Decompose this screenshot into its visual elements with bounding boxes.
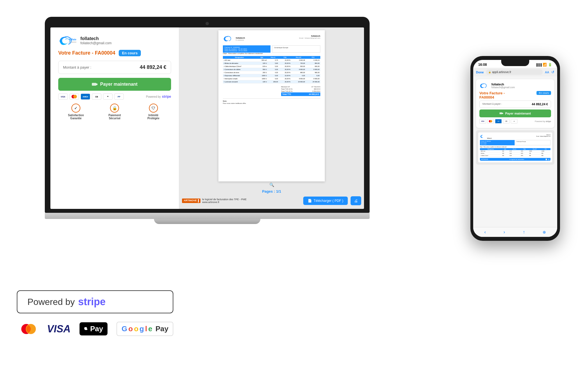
- invoice-title-text: Votre Facture - FA00004: [58, 50, 115, 56]
- pdf-cell-0-3: 10,00 %: [279, 59, 291, 62]
- print-button[interactable]: 🖨: [351, 196, 361, 205]
- phone-pm-row: VISA AM CB ✦ Powered by stripe: [479, 119, 551, 123]
- phone-company: foliatech foliatech@gmail.com: [491, 83, 515, 89]
- pdf-cell-7-5: 24 000,00: [306, 80, 320, 83]
- col-ttc: TTC: [306, 56, 320, 59]
- applepay-label: Pay: [90, 325, 103, 333]
- svg-rect-4: [92, 83, 96, 86]
- phone-signal: ▐▐▐: [536, 63, 542, 66]
- visa-text: VISA: [47, 323, 71, 335]
- pdf-totals: Montant HT 37 718,40 € Total TVA 10 % 39…: [281, 86, 320, 96]
- phone-done-button[interactable]: Done: [476, 71, 484, 74]
- phone-amount-box: Montant à payer : 44 892,24 €: [479, 101, 551, 108]
- phone-back-button[interactable]: ‹: [484, 230, 486, 235]
- laptop-base: [45, 213, 370, 219]
- col-price: Prix U.: [268, 56, 279, 59]
- total-ttc-value: 44 892,24 €: [309, 93, 319, 95]
- pdf-client: Ceramique Europe: [274, 47, 318, 48]
- company-info: follatech foliatech@gmail.com: [80, 36, 112, 45]
- pdf-cell-4-4: 680,00: [291, 71, 306, 74]
- pdf-cell-6-1: 1000 U: [256, 77, 267, 80]
- phone-pay-button[interactable]: Payer maintenant: [479, 109, 551, 117]
- phone-screen: 16:08 ▐▐▐ 📶 🔋 Done 🔒 appli.artinove.fr A…: [473, 60, 557, 237]
- invoice-title-row: Votre Facture - FA00004 En cours: [58, 50, 171, 56]
- col-ht: Prix HT: [291, 56, 306, 59]
- phone-forward-button[interactable]: ›: [503, 230, 505, 235]
- payment-icons-row: VISA Pay Google Pay: [17, 322, 173, 336]
- pdf-info-row: Facture N° FA00004 Date de création : 25…: [223, 45, 320, 53]
- phone-foliatech-logo: [479, 83, 489, 89]
- total-tva20: 9 554,00 €: [312, 90, 320, 92]
- pdf-cell-4-3: 20,00 %: [279, 71, 291, 74]
- gpay-box: Google Pay: [116, 322, 173, 336]
- badge-area: Powered by stripe VISA Pay Google Pay: [17, 290, 173, 336]
- phone-outer: 16:08 ▐▐▐ 📶 🔋 Done 🔒 appli.artinove.fr A…: [470, 56, 560, 241]
- pdf-cell-7-4: 20 000,00: [291, 80, 306, 83]
- phone-inv-header: foliatech foliatech@gmail.com: [479, 83, 551, 89]
- pdf-cell-3-3: 20,00 %: [279, 68, 291, 71]
- pdf-pages-label: Pages : 1/1: [262, 189, 281, 193]
- pay-now-button[interactable]: Payer maintenant: [58, 78, 171, 91]
- pdf-company-name: follatech: [236, 37, 245, 39]
- pay-button-label: Payer maintenant: [100, 82, 137, 87]
- invoice-header: follatech E solutions follatech foliatec…: [58, 35, 171, 46]
- phone-share-button[interactable]: ↑: [523, 230, 525, 235]
- pdf-company-sub: E solutions: [236, 39, 245, 41]
- pdf-cell-0-1: 550 m2: [256, 59, 267, 62]
- satisfaction-text: SatisfactionGarantie: [68, 114, 84, 120]
- powered-by-stripe: Powered by stripe: [146, 95, 171, 99]
- pdf-cell-0-5: 4 040,24: [306, 59, 320, 62]
- phone-browser-bar: Done 🔒 appli.artinove.fr AA ↺: [473, 68, 557, 76]
- pdf-due: Date d'échéance : 24-11-2023: [225, 50, 269, 52]
- trust-payment: 🔒 PaiementSécurisé: [97, 104, 132, 120]
- pdf-cell-3-0: • Connecteurs de câbles: [223, 68, 256, 71]
- powered-by-text: Powered by: [27, 297, 75, 307]
- col-qty: Qté: [256, 56, 267, 59]
- privacy-text: IntimitéProtégée: [147, 114, 159, 120]
- total-tva20-row: Total TVA 20 % 9 554,00 €: [281, 90, 320, 92]
- pdf-table-row: • Disjoncteur différentiel1000 U5,0010,0…: [223, 74, 320, 77]
- pdf-cell-2-4: 500,00: [291, 65, 306, 68]
- pdf-cell-6-0: • Interrupteur simple: [223, 77, 256, 80]
- pdf-logo: follatech E solutions: [223, 35, 245, 43]
- phone-amount-label: Montant à payer :: [482, 102, 502, 106]
- phone-lock-icon: 🔒: [488, 71, 491, 73]
- phone-pdf-table: Désignation Qté Prix U. TVA Prix HT TTC …: [480, 148, 550, 157]
- pm-amex: AMEX: [81, 94, 90, 100]
- pdf-cell-4-0: • Connecteurs de terre: [223, 71, 256, 74]
- total-tva10: 394,54 €: [314, 88, 320, 90]
- pdf-zoom-icon[interactable]: 🔍: [269, 183, 274, 187]
- phone-company-email: foliatech@gmail.com: [491, 86, 515, 89]
- phone-aa-button[interactable]: AA: [545, 71, 549, 74]
- phone-pm-visa: VISA: [479, 119, 486, 123]
- col-tva: TVA: [279, 56, 291, 59]
- pdf-cell-0-4: 3 940,48: [291, 59, 306, 62]
- pm-mc: [69, 94, 79, 100]
- svg-point-6: [73, 95, 77, 99]
- pdf-cell-1-4: 720,00: [291, 62, 306, 65]
- phone-refresh-icon[interactable]: ↺: [551, 70, 554, 74]
- foliatech-logo: follatech E solutions: [58, 35, 76, 46]
- pdf-note-title: Note: [223, 100, 320, 102]
- satisfaction-icon: ✓: [71, 104, 80, 113]
- payment-icon: 🔒: [110, 104, 119, 113]
- pdf-cell-0-2: 5,70: [268, 59, 279, 62]
- phone-bookmark-button[interactable]: ⊕: [543, 230, 546, 234]
- pdf-table-row: • A21 test550 m25,7010,00 %3 940,484 040…: [223, 59, 320, 62]
- download-pdf-button[interactable]: 📄 Télécharger ( PDF ): [303, 197, 348, 205]
- pdf-table-row: • Connecteurs de terre200 U4,0020,00 %68…: [223, 71, 320, 74]
- pdf-client-cell: Ceramique Europe: [272, 45, 320, 53]
- pm-cb: CB: [92, 94, 101, 100]
- pdf-items-table: Désignation Qté Prix U. TVA Prix HT TTC …: [223, 56, 320, 83]
- pdf-cell-2-5: 600,00: [306, 65, 320, 68]
- phone-pdf-logo: [480, 134, 487, 139]
- laptop-camera: [206, 22, 209, 25]
- pm-other: ✦: [103, 94, 113, 100]
- pdf-cell-5-1: 1000 U: [256, 74, 267, 77]
- payment-text: PaiementSécurisé: [108, 114, 121, 120]
- col-designation: Désignation: [223, 56, 256, 59]
- pdf-cell-6-4: 9 000,00: [291, 77, 306, 80]
- pdf-invoice-num-cell: Facture N° FA00004 Date de création : 25…: [223, 45, 270, 53]
- pdf-cell-2-0: • Câble électrique 2,5mm²: [223, 65, 256, 68]
- svg-text:follatech: follatech: [69, 38, 76, 41]
